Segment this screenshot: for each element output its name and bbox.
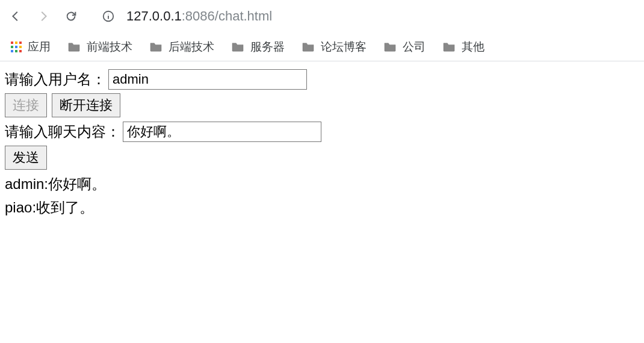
browser-toolbar: 127.0.0.1:8086/chat.html — [0, 0, 644, 32]
username-input[interactable] — [108, 69, 307, 90]
folder-icon — [442, 42, 456, 52]
folder-icon — [383, 42, 397, 52]
url-host: 127.0.0.1 — [126, 8, 182, 23]
forward-button[interactable] — [35, 8, 52, 25]
bookmark-label: 前端技术 — [87, 39, 132, 55]
message-input[interactable] — [123, 122, 321, 142]
page-body: 请输入用户名： 连接 断开连接 请输入聊天内容： 发送 admin:你好啊。 p… — [0, 61, 644, 226]
bookmark-folder-server[interactable]: 服务器 — [231, 39, 285, 55]
bookmark-folder-backend[interactable]: 后端技术 — [149, 39, 214, 55]
site-info-icon[interactable] — [101, 9, 116, 23]
apps-shortcut[interactable]: 应用 — [11, 39, 51, 55]
bookmark-label: 其他 — [462, 39, 485, 55]
folder-icon — [67, 42, 81, 52]
chat-log: admin:你好啊。 piao:收到了。 — [5, 172, 639, 220]
reload-button[interactable] — [63, 8, 79, 25]
disconnect-button[interactable]: 断开连接 — [52, 93, 120, 117]
apps-label: 应用 — [28, 39, 51, 55]
chat-line: admin:你好啊。 — [5, 172, 639, 196]
bookmark-label: 论坛博客 — [321, 39, 367, 55]
bookmark-folder-other[interactable]: 其他 — [442, 39, 485, 55]
connect-button[interactable]: 连接 — [5, 93, 47, 117]
apps-icon — [11, 42, 22, 52]
folder-icon — [231, 42, 244, 52]
message-label: 请输入聊天内容： — [5, 120, 120, 144]
back-button[interactable] — [7, 8, 24, 25]
bookmark-label: 后端技术 — [169, 39, 214, 55]
address-bar[interactable]: 127.0.0.1:8086/chat.html — [101, 8, 637, 24]
bookmark-folder-frontend[interactable]: 前端技术 — [67, 39, 132, 55]
bookmark-folder-forum[interactable]: 论坛博客 — [302, 39, 367, 55]
bookmark-label: 服务器 — [250, 39, 285, 55]
folder-icon — [302, 42, 315, 52]
url-path: :8086/chat.html — [182, 8, 272, 23]
bookmarks-bar: 应用 前端技术 后端技术 服务器 论坛博客 公司 其他 — [0, 32, 644, 61]
url-text: 127.0.0.1:8086/chat.html — [126, 8, 272, 24]
bookmark-label: 公司 — [403, 39, 426, 55]
folder-icon — [149, 42, 163, 52]
bookmark-folder-company[interactable]: 公司 — [383, 39, 426, 55]
send-button[interactable]: 发送 — [5, 146, 47, 170]
username-label: 请输入用户名： — [5, 67, 106, 92]
chat-line: piao:收到了。 — [5, 196, 639, 220]
